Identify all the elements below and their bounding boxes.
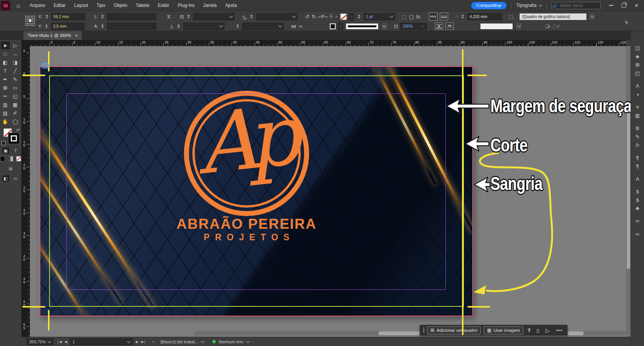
horizontal-ruler[interactable]: 0510152025303540455055606570758085909510… bbox=[30, 40, 626, 46]
wrap-bounding-icon[interactable] bbox=[440, 13, 448, 20]
add-page-plus-icon[interactable]: ▯₊ bbox=[543, 328, 552, 333]
chevron-down-icon[interactable] bbox=[246, 339, 250, 343]
page-tool[interactable]: □ bbox=[1, 50, 10, 58]
rotate-ccw-icon[interactable]: ↺ bbox=[305, 14, 310, 20]
edit-original-icon[interactable]: ⬚✓ bbox=[553, 24, 561, 29]
eyedropper-tool[interactable]: ✐ bbox=[11, 109, 20, 117]
line-tool[interactable]: ╱ bbox=[11, 67, 20, 75]
stroke-weight-stepper[interactable] bbox=[358, 15, 360, 18]
panel-numbered-paragraph-icon[interactable]: ¶ bbox=[632, 162, 642, 170]
fill-flyout[interactable]: › bbox=[338, 23, 343, 30]
rectangle-tool[interactable]: ▭ bbox=[11, 84, 20, 91]
tab-close-icon[interactable]: ✕ bbox=[75, 33, 78, 38]
direct-selection-tool[interactable]: ▷ bbox=[11, 42, 20, 49]
screen-mode-normal-button[interactable]: ◧ bbox=[2, 175, 9, 181]
add-page-icon[interactable]: ▯ bbox=[535, 328, 541, 333]
type-tool[interactable]: T bbox=[1, 67, 10, 75]
menu-item-layout[interactable]: Layout bbox=[70, 3, 92, 8]
panel-character-icon[interactable]: A bbox=[632, 82, 642, 90]
pen-tool[interactable]: ✒ bbox=[1, 75, 10, 83]
formatting-affects-text-button[interactable]: T bbox=[12, 148, 19, 154]
content-collector-tool[interactable]: ◧ bbox=[1, 58, 10, 66]
stroke-black-swatch[interactable] bbox=[8, 133, 19, 144]
rotate-stepper[interactable] bbox=[250, 15, 253, 18]
select-container-icon[interactable]: ⌐P¬ bbox=[318, 14, 328, 20]
shear-select[interactable] bbox=[242, 23, 284, 30]
next-page-button[interactable]: ▶ bbox=[136, 340, 138, 344]
panel-properties-icon[interactable]: ✑ bbox=[632, 217, 642, 225]
chevron-down-icon[interactable] bbox=[200, 339, 204, 343]
gap-stepper[interactable] bbox=[462, 15, 464, 18]
object-style-select[interactable]: [Quadro de gráfico básico] bbox=[520, 13, 586, 20]
panel-links-icon[interactable]: ⊞ bbox=[632, 60, 642, 69]
stroke-style-select[interactable] bbox=[346, 23, 379, 30]
menu-item-objeto[interactable]: Objeto bbox=[109, 3, 131, 8]
gap-field[interactable]: 4,233 mm bbox=[467, 13, 502, 20]
menu-item-exibir[interactable]: Exibir bbox=[154, 3, 174, 8]
zoom-tool[interactable]: ◯ bbox=[11, 118, 20, 125]
screen-mode-preview-button[interactable]: ▭ bbox=[12, 175, 19, 181]
no-text-wrap-icon[interactable] bbox=[429, 13, 437, 20]
preflight-profile-select[interactable]: [Básico] (de trabal... bbox=[161, 339, 198, 344]
panel-layers-icon[interactable]: ◈ bbox=[632, 52, 642, 60]
relink-icon[interactable]: ❏› bbox=[545, 24, 551, 29]
apply-color-button[interactable] bbox=[0, 156, 5, 161]
stock-search-input[interactable] bbox=[559, 3, 594, 8]
page-number-select[interactable]: 1 bbox=[70, 338, 133, 345]
y-stepper[interactable] bbox=[45, 24, 48, 28]
stroke-flyout[interactable]: › bbox=[349, 13, 354, 20]
share-button[interactable]: Compartilhar bbox=[471, 2, 507, 9]
panel-swatch-options-icon[interactable]: $ bbox=[632, 196, 642, 204]
menu-item-ajuda[interactable]: Ajuda bbox=[221, 3, 241, 8]
menu-item-plug-ins[interactable]: Plug-Ins bbox=[174, 3, 199, 8]
panel-transparency-icon[interactable]: ◑ bbox=[632, 90, 642, 98]
add-text-icon[interactable]: T bbox=[526, 328, 532, 333]
prev-page-button[interactable]: ◀ bbox=[65, 340, 67, 344]
panel-paragraph-styles-icon[interactable]: ≣ bbox=[632, 124, 642, 132]
view-options-icon[interactable]: ▤ bbox=[7, 165, 14, 171]
adobe-stock-search[interactable] bbox=[551, 2, 601, 9]
object-style-dropdown[interactable] bbox=[589, 13, 596, 21]
panel-character-styles-icon[interactable]: A bbox=[632, 175, 642, 183]
formatting-affects-container-button[interactable]: ▣ bbox=[2, 148, 9, 154]
reference-point-grid[interactable] bbox=[25, 16, 35, 26]
stroke-weight-select[interactable]: 1 pt bbox=[364, 13, 395, 20]
effects-fx-icon[interactable]: fx. bbox=[416, 14, 422, 20]
first-page-button[interactable]: ❘◀ bbox=[56, 340, 61, 344]
panel-color-theme-icon[interactable]: ✎ bbox=[632, 132, 642, 141]
stroke-swatch-none[interactable] bbox=[340, 13, 347, 20]
panel-swatches-icon[interactable]: $ bbox=[632, 187, 642, 196]
scale-x-stepper[interactable] bbox=[187, 15, 190, 18]
scale-y-stepper[interactable] bbox=[177, 24, 180, 28]
wrap-jump-icon[interactable] bbox=[445, 22, 454, 30]
home-icon[interactable]: ⌂ bbox=[17, 2, 20, 9]
panel-cc-libraries-icon[interactable]: ∞ bbox=[632, 230, 642, 238]
collapse-arrow-icon[interactable]: ‹ bbox=[252, 339, 254, 344]
frame-fitting-icon[interactable]: ⁘ bbox=[455, 14, 458, 19]
x-field[interactable]: 59,2 mm bbox=[51, 13, 85, 20]
quick-actions-icon[interactable]: ϟ bbox=[625, 19, 628, 25]
fill-swatch-black[interactable] bbox=[330, 23, 336, 29]
gradient-feather-tool[interactable]: ▦ bbox=[11, 101, 20, 108]
menu-item-janela[interactable]: Janela bbox=[199, 3, 221, 8]
content-placer-tool[interactable]: ◨ bbox=[11, 58, 20, 66]
selection-tool[interactable]: ➤ bbox=[1, 42, 10, 49]
apply-none-button[interactable] bbox=[16, 156, 21, 161]
panel-gradient-icon[interactable]: ▥ bbox=[632, 111, 642, 120]
fit-content-icon[interactable]: ⍏ bbox=[329, 13, 333, 20]
corner-shape-icon[interactable]: ▢ bbox=[409, 14, 414, 20]
vertical-scrollbar-thumb[interactable] bbox=[627, 104, 630, 269]
more-options-icon[interactable]: ••• bbox=[555, 328, 564, 333]
menu-item-arquivo[interactable]: Arquivo bbox=[25, 3, 50, 8]
gradient-tool[interactable]: ▥ bbox=[1, 101, 10, 108]
workspace-switcher[interactable]: Tipografia bbox=[516, 3, 542, 8]
preflight-gauge-icon[interactable]: ◔. bbox=[151, 339, 155, 344]
business-card-artwork[interactable]: Ap ABRAÃO PEREIRA PROJETOS bbox=[40, 66, 473, 316]
apply-gradient-button[interactable] bbox=[8, 156, 13, 161]
width-field[interactable] bbox=[107, 13, 156, 20]
zoom-level-select[interactable]: 359,75% bbox=[26, 338, 53, 345]
opacity-select[interactable]: 100%› bbox=[400, 23, 427, 30]
restore-button[interactable] bbox=[622, 3, 626, 8]
flip-horizontal-icon[interactable]: ⋈ bbox=[291, 23, 296, 29]
y-field[interactable]: 3,5 mm bbox=[51, 23, 85, 30]
